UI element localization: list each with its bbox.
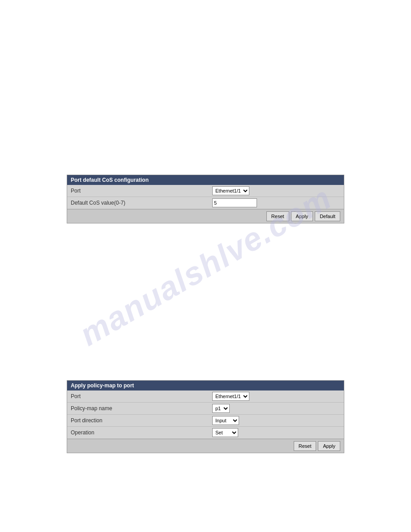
panel2-row-operation: Operation Set Delete [67, 427, 344, 439]
port1-select[interactable]: Ethernet1/1 Ethernet1/2 Ethernet1/3 [212, 186, 249, 195]
default-button-1[interactable]: Default [315, 211, 340, 221]
panel2-label-policymap: Policy-map name [67, 403, 210, 413]
panel2-control-port: Ethernet1/1 Ethernet1/2 Ethernet1/3 [210, 390, 344, 402]
panel1-row-cos: Default CoS value(0-7) [67, 197, 344, 209]
panel1-header: Port default CoS configuration [67, 175, 344, 185]
panel2-label-port: Port [67, 391, 210, 401]
apply-button-2[interactable]: Apply [318, 441, 340, 451]
panel2-buttons-row: Reset Apply [67, 439, 344, 453]
panel2-title: Apply policy-map to port [71, 382, 134, 389]
cos-value-input[interactable] [212, 198, 257, 207]
reset-button-1[interactable]: Reset [266, 211, 289, 221]
panel1-row-port: Port Ethernet1/1 Ethernet1/2 Ethernet1/3 [67, 185, 344, 197]
second-panel-wrapper: Apply policy-map to port Port Ethernet1/… [18, 380, 393, 453]
page-content: Port default CoS configuration Port Ethe… [0, 0, 411, 476]
reset-button-2[interactable]: Reset [294, 441, 317, 451]
panel1-control-port: Ethernet1/1 Ethernet1/2 Ethernet1/3 [210, 185, 344, 197]
panel2-control-direction: Input Output [210, 415, 344, 426]
port2-select[interactable]: Ethernet1/1 Ethernet1/2 Ethernet1/3 [212, 392, 249, 401]
policymap-select[interactable]: p1 p2 [212, 404, 230, 413]
panel1-buttons-row: Reset Apply Default [67, 209, 344, 223]
panel1-control-cos [210, 197, 344, 209]
panel1-label-cos: Default CoS value(0-7) [67, 198, 210, 208]
panel2-label-operation: Operation [67, 428, 210, 438]
panel2-control-policymap: p1 p2 [210, 403, 344, 414]
direction-select[interactable]: Input Output [212, 416, 239, 425]
panel1-title: Port default CoS configuration [71, 177, 149, 183]
first-panel-wrapper: Port default CoS configuration Port Ethe… [18, 175, 393, 223]
panel2-row-port: Port Ethernet1/1 Ethernet1/2 Ethernet1/3 [67, 390, 344, 403]
panel2-row-direction: Port direction Input Output [67, 415, 344, 427]
panel2-label-direction: Port direction [67, 416, 210, 425]
panel2-row-policymap: Policy-map name p1 p2 [67, 403, 344, 415]
operation-select[interactable]: Set Delete [212, 428, 238, 437]
panel1-label-port: Port [67, 186, 210, 196]
panel-apply-policy: Apply policy-map to port Port Ethernet1/… [67, 380, 344, 453]
apply-button-1[interactable]: Apply [291, 211, 313, 221]
panel2-header: Apply policy-map to port [67, 381, 344, 390]
panel2-control-operation: Set Delete [210, 427, 344, 438]
panel-port-cos: Port default CoS configuration Port Ethe… [67, 175, 344, 223]
